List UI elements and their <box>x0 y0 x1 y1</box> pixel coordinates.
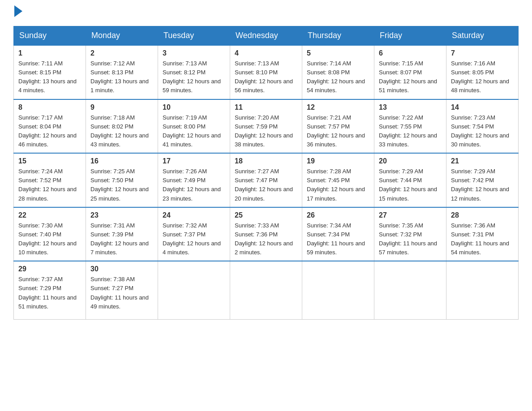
calendar-cell: 17Sunrise: 7:26 AMSunset: 7:49 PMDayligh… <box>158 153 230 207</box>
day-info: Sunrise: 7:27 AMSunset: 7:47 PMDaylight:… <box>235 168 293 201</box>
day-info: Sunrise: 7:33 AMSunset: 7:36 PMDaylight:… <box>235 222 293 256</box>
day-number: 4 <box>235 49 297 57</box>
weekday-header-row: Sunday Monday Tuesday Wednesday Thursday… <box>14 26 519 46</box>
day-number: 23 <box>90 211 153 219</box>
day-number: 21 <box>451 157 514 165</box>
day-info: Sunrise: 7:20 AMSunset: 7:59 PMDaylight:… <box>235 114 293 148</box>
day-info: Sunrise: 7:23 AMSunset: 7:54 PMDaylight:… <box>451 114 509 148</box>
day-number: 13 <box>379 103 442 111</box>
calendar-cell: 21Sunrise: 7:29 AMSunset: 7:42 PMDayligh… <box>446 153 519 207</box>
calendar-cell: 24Sunrise: 7:32 AMSunset: 7:37 PMDayligh… <box>158 207 230 261</box>
day-number: 11 <box>235 103 297 111</box>
day-number: 27 <box>379 211 442 219</box>
calendar-cell: 20Sunrise: 7:29 AMSunset: 7:44 PMDayligh… <box>374 153 446 207</box>
calendar-cell <box>302 261 374 319</box>
calendar-cell: 30Sunrise: 7:38 AMSunset: 7:27 PMDayligh… <box>86 261 158 319</box>
day-info: Sunrise: 7:17 AMSunset: 8:04 PMDaylight:… <box>18 114 77 148</box>
day-number: 19 <box>307 157 369 165</box>
day-info: Sunrise: 7:34 AMSunset: 7:34 PMDaylight:… <box>307 222 365 256</box>
calendar-cell: 29Sunrise: 7:37 AMSunset: 7:29 PMDayligh… <box>14 261 86 319</box>
header-sunday: Sunday <box>14 26 86 46</box>
day-number: 20 <box>379 157 442 165</box>
day-info: Sunrise: 7:18 AMSunset: 8:02 PMDaylight:… <box>90 114 149 148</box>
calendar-table: Sunday Monday Tuesday Wednesday Thursday… <box>13 26 519 320</box>
calendar-cell: 26Sunrise: 7:34 AMSunset: 7:34 PMDayligh… <box>302 207 374 261</box>
day-info: Sunrise: 7:32 AMSunset: 7:37 PMDaylight:… <box>163 222 221 256</box>
day-number: 25 <box>235 211 297 219</box>
day-number: 29 <box>18 265 81 273</box>
day-number: 22 <box>18 211 81 219</box>
page-header <box>13 9 519 17</box>
calendar-cell: 9Sunrise: 7:18 AMSunset: 8:02 PMDaylight… <box>86 99 158 154</box>
day-info: Sunrise: 7:21 AMSunset: 7:57 PMDaylight:… <box>307 114 365 148</box>
calendar-cell: 19Sunrise: 7:28 AMSunset: 7:45 PMDayligh… <box>302 153 374 207</box>
day-number: 6 <box>379 49 442 57</box>
calendar-cell <box>230 261 302 319</box>
day-number: 16 <box>90 157 153 165</box>
day-info: Sunrise: 7:25 AMSunset: 7:50 PMDaylight:… <box>90 168 149 201</box>
day-number: 26 <box>307 211 369 219</box>
day-info: Sunrise: 7:24 AMSunset: 7:52 PMDaylight:… <box>18 168 77 201</box>
day-number: 14 <box>451 103 514 111</box>
day-info: Sunrise: 7:28 AMSunset: 7:45 PMDaylight:… <box>307 168 365 201</box>
calendar-cell: 2Sunrise: 7:12 AMSunset: 8:13 PMDaylight… <box>86 45 158 99</box>
day-info: Sunrise: 7:30 AMSunset: 7:40 PMDaylight:… <box>18 222 77 256</box>
day-number: 12 <box>307 103 369 111</box>
day-info: Sunrise: 7:29 AMSunset: 7:44 PMDaylight:… <box>379 168 437 201</box>
day-info: Sunrise: 7:15 AMSunset: 8:07 PMDaylight:… <box>379 60 437 94</box>
day-info: Sunrise: 7:22 AMSunset: 7:55 PMDaylight:… <box>379 114 437 148</box>
calendar-cell: 5Sunrise: 7:14 AMSunset: 8:08 PMDaylight… <box>302 45 374 99</box>
calendar-cell: 12Sunrise: 7:21 AMSunset: 7:57 PMDayligh… <box>302 99 374 154</box>
day-number: 7 <box>451 49 514 57</box>
logo <box>13 9 22 17</box>
calendar-cell: 10Sunrise: 7:19 AMSunset: 8:00 PMDayligh… <box>158 99 230 154</box>
day-number: 3 <box>163 49 225 57</box>
calendar-cell: 8Sunrise: 7:17 AMSunset: 8:04 PMDaylight… <box>14 99 86 154</box>
header-wednesday: Wednesday <box>230 26 302 46</box>
day-info: Sunrise: 7:16 AMSunset: 8:05 PMDaylight:… <box>451 60 509 94</box>
day-number: 8 <box>18 103 81 111</box>
calendar-cell <box>374 261 446 319</box>
day-info: Sunrise: 7:31 AMSunset: 7:39 PMDaylight:… <box>90 222 149 256</box>
calendar-cell: 11Sunrise: 7:20 AMSunset: 7:59 PMDayligh… <box>230 99 302 154</box>
day-info: Sunrise: 7:13 AMSunset: 8:10 PMDaylight:… <box>235 60 293 94</box>
logo-triangle-icon <box>14 5 22 17</box>
day-number: 1 <box>18 49 81 57</box>
calendar-cell: 15Sunrise: 7:24 AMSunset: 7:52 PMDayligh… <box>14 153 86 207</box>
day-number: 2 <box>90 49 153 57</box>
calendar-cell: 28Sunrise: 7:36 AMSunset: 7:31 PMDayligh… <box>446 207 519 261</box>
calendar-cell: 25Sunrise: 7:33 AMSunset: 7:36 PMDayligh… <box>230 207 302 261</box>
calendar-cell <box>446 261 519 319</box>
header-friday: Friday <box>374 26 446 46</box>
day-info: Sunrise: 7:35 AMSunset: 7:32 PMDaylight:… <box>379 222 437 256</box>
day-info: Sunrise: 7:13 AMSunset: 8:12 PMDaylight:… <box>163 60 221 94</box>
day-info: Sunrise: 7:29 AMSunset: 7:42 PMDaylight:… <box>451 168 509 201</box>
header-saturday: Saturday <box>446 26 519 46</box>
calendar-cell: 22Sunrise: 7:30 AMSunset: 7:40 PMDayligh… <box>14 207 86 261</box>
header-monday: Monday <box>86 26 158 46</box>
calendar-cell: 14Sunrise: 7:23 AMSunset: 7:54 PMDayligh… <box>446 99 519 154</box>
calendar-cell: 4Sunrise: 7:13 AMSunset: 8:10 PMDaylight… <box>230 45 302 99</box>
day-number: 9 <box>90 103 153 111</box>
header-tuesday: Tuesday <box>158 26 230 46</box>
calendar-cell: 27Sunrise: 7:35 AMSunset: 7:32 PMDayligh… <box>374 207 446 261</box>
day-number: 5 <box>307 49 369 57</box>
calendar-cell: 23Sunrise: 7:31 AMSunset: 7:39 PMDayligh… <box>86 207 158 261</box>
calendar-cell: 18Sunrise: 7:27 AMSunset: 7:47 PMDayligh… <box>230 153 302 207</box>
day-number: 24 <box>163 211 225 219</box>
day-number: 10 <box>163 103 225 111</box>
day-info: Sunrise: 7:38 AMSunset: 7:27 PMDaylight:… <box>90 276 149 309</box>
calendar-cell: 7Sunrise: 7:16 AMSunset: 8:05 PMDaylight… <box>446 45 519 99</box>
calendar-cell: 3Sunrise: 7:13 AMSunset: 8:12 PMDaylight… <box>158 45 230 99</box>
day-info: Sunrise: 7:36 AMSunset: 7:31 PMDaylight:… <box>451 222 509 256</box>
day-number: 17 <box>163 157 225 165</box>
calendar-cell: 1Sunrise: 7:11 AMSunset: 8:15 PMDaylight… <box>14 45 86 99</box>
day-number: 30 <box>90 265 153 273</box>
calendar-cell: 16Sunrise: 7:25 AMSunset: 7:50 PMDayligh… <box>86 153 158 207</box>
day-info: Sunrise: 7:11 AMSunset: 8:15 PMDaylight:… <box>18 60 77 94</box>
day-number: 18 <box>235 157 297 165</box>
day-info: Sunrise: 7:14 AMSunset: 8:08 PMDaylight:… <box>307 60 365 94</box>
calendar-cell: 13Sunrise: 7:22 AMSunset: 7:55 PMDayligh… <box>374 99 446 154</box>
calendar-cell <box>158 261 230 319</box>
header-thursday: Thursday <box>302 26 374 46</box>
